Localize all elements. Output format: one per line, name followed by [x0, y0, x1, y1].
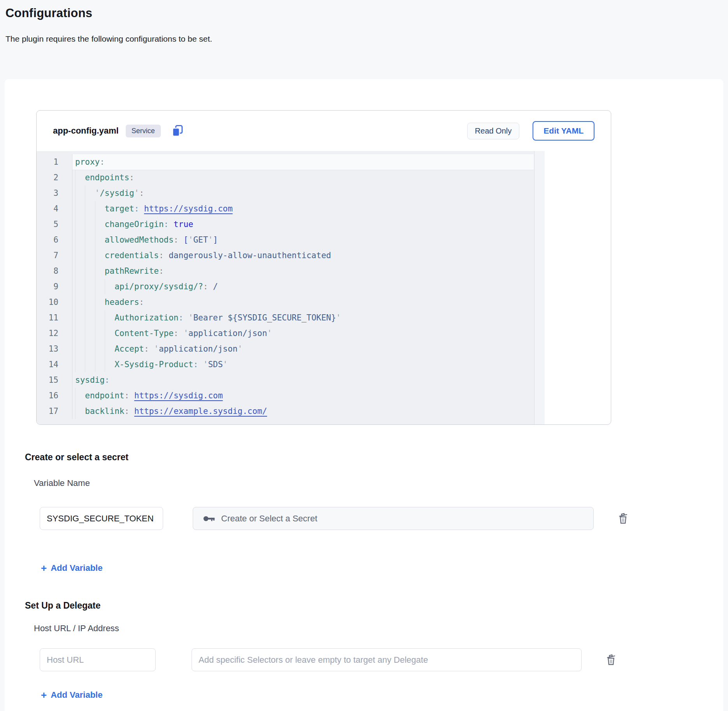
code-link[interactable]: https://example.sysdig.com/	[134, 407, 267, 416]
copy-button[interactable]	[171, 124, 184, 138]
indent-guide	[85, 216, 95, 232]
line-number: 13	[37, 341, 58, 357]
plus-icon: +	[41, 564, 47, 572]
indent-guide	[85, 357, 95, 372]
indent-guide	[105, 279, 114, 294]
code-token: '	[183, 329, 188, 338]
indent-guide	[95, 216, 105, 232]
indent-guide	[95, 310, 105, 326]
indent-guide	[75, 201, 85, 216]
code-lines: 1proxy:2endpoints:3'/sysdig':4target: ht…	[37, 154, 534, 419]
code-token: :	[174, 235, 183, 245]
code-viewer: 1proxy:2endpoints:3'/sysdig':4target: ht…	[37, 151, 545, 424]
edit-yaml-button[interactable]: Edit YAML	[533, 121, 594, 141]
indent-guide	[75, 279, 85, 294]
code-token: :	[129, 173, 134, 182]
line-number: 14	[37, 357, 58, 372]
line-number: 17	[37, 403, 58, 419]
code-token: sysdig	[75, 375, 105, 385]
indent-guide	[85, 341, 95, 357]
line-number: 12	[37, 326, 58, 341]
secret-select-label: Create or Select a Secret	[221, 514, 317, 524]
code-line: 15sysdig:	[37, 372, 534, 388]
line-number: 15	[37, 372, 58, 388]
indent-guide	[75, 248, 85, 263]
code-scrollbar	[534, 151, 545, 424]
trash-icon	[617, 512, 629, 525]
indent-guide	[75, 310, 85, 326]
copy-icon	[171, 124, 184, 138]
delete-secret-row-button[interactable]	[617, 512, 629, 525]
code-token: endpoints	[85, 173, 129, 182]
code-token: target	[105, 204, 134, 213]
code-token: :	[139, 188, 144, 198]
add-variable-button-delegate[interactable]: + Add Variable	[41, 690, 102, 700]
read-only-toggle[interactable]: Read Only	[467, 123, 520, 139]
page-header: Configurations The plugin requires the f…	[0, 0, 728, 79]
code-line: 2endpoints:	[37, 170, 534, 185]
code-line: 1proxy:	[37, 154, 534, 170]
indent-guide	[75, 403, 85, 419]
code-token: '	[237, 344, 243, 354]
add-variable-button-secret[interactable]: + Add Variable	[41, 563, 102, 573]
code-token: Bearer ${SYSDIG_SECURE_TOKEN}	[193, 313, 336, 322]
page-subtitle: The plugin requires the following config…	[5, 34, 728, 44]
indent-guide	[85, 310, 95, 326]
code-link[interactable]: https://sysdig.com	[134, 391, 223, 400]
code-token: headers	[105, 297, 139, 307]
code-line: 8pathRewrite:	[37, 263, 534, 279]
code-line: 6allowedMethods: ['GET']	[37, 232, 534, 248]
indent-guide	[75, 388, 85, 403]
code-line: 3'/sysdig':	[37, 185, 534, 201]
code-token: Content-Type	[114, 329, 174, 338]
line-number: 2	[37, 170, 58, 185]
delegate-section-heading: Set Up a Delegate	[25, 600, 708, 611]
indent-guide	[75, 232, 85, 248]
code-token: credentials	[105, 251, 159, 260]
code-token: :	[203, 282, 213, 291]
code-token: :	[124, 391, 134, 400]
code-token: '	[267, 329, 272, 338]
code-token: GET	[193, 235, 208, 245]
code-line: 13Accept: 'application/json'	[37, 341, 534, 357]
code-token: changeOrigin	[105, 220, 164, 229]
indent-guide	[75, 341, 85, 357]
variable-name-input[interactable]	[40, 507, 163, 530]
code-token: :	[174, 329, 183, 338]
delete-delegate-row-button[interactable]	[605, 653, 617, 666]
line-number: 11	[37, 310, 58, 326]
code-token: :	[124, 407, 134, 416]
indent-guide	[85, 185, 95, 201]
code-token: '	[336, 313, 341, 322]
indent-guide	[95, 341, 105, 357]
code-token: '	[95, 188, 100, 198]
secret-select-button[interactable]: Create or Select a Secret	[193, 507, 594, 530]
code-line: 16endpoint: https://sysdig.com	[37, 388, 534, 403]
host-url-label: Host URL / IP Address	[34, 623, 708, 634]
indent-guide	[95, 248, 105, 263]
code-line: 5changeOrigin: true	[37, 216, 534, 232]
code-line: 17backlink: https://example.sysdig.com/	[37, 403, 534, 419]
code-token: backlink	[85, 407, 124, 416]
line-number: 4	[37, 201, 58, 216]
code-token: pathRewrite	[105, 266, 159, 276]
code-token: true	[174, 220, 193, 229]
code-token: allowedMethods	[105, 235, 174, 245]
yaml-filename: app-config.yaml	[53, 126, 119, 136]
code-token: Accept	[114, 344, 144, 354]
code-token: :	[105, 375, 110, 385]
plus-icon: +	[41, 691, 47, 699]
delegate-selectors-input[interactable]	[192, 648, 582, 671]
code-token: :	[179, 313, 188, 322]
indent-guide	[85, 263, 95, 279]
yaml-card-header: app-config.yaml Service Read Only Edit Y…	[37, 111, 611, 151]
indent-guide	[85, 279, 95, 294]
trash-icon	[605, 653, 617, 666]
code-token: :	[164, 220, 174, 229]
code-link[interactable]: https://sysdig.com	[144, 204, 233, 213]
code-token: :	[139, 297, 144, 307]
code-line: 11Authorization: 'Bearer ${SYSDIG_SECURE…	[37, 310, 534, 326]
line-number: 6	[37, 232, 58, 248]
host-url-input[interactable]	[40, 648, 156, 671]
indent-guide	[75, 216, 85, 232]
